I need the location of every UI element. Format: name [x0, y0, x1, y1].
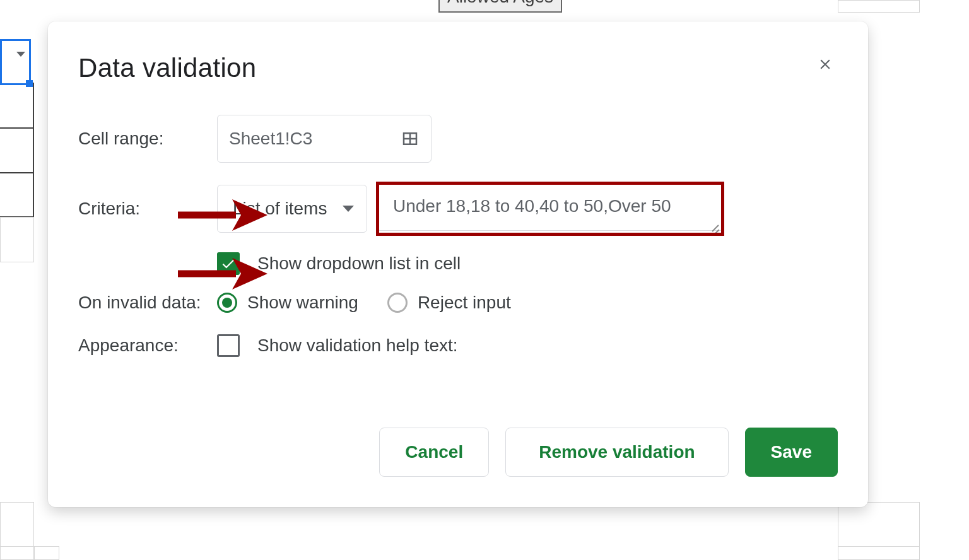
chevron-down-icon [343, 206, 354, 212]
column-header: Allowed Ages [438, 0, 562, 13]
appearance-row: Appearance: Show validation help text: [78, 334, 838, 357]
cell-range-label: Cell range: [78, 129, 217, 149]
grid-picker-icon[interactable] [401, 129, 420, 148]
data-validation-dialog: Data validation Cell range: Sheet1!C3 Cr… [48, 21, 868, 507]
criteria-label: Criteria: [78, 199, 217, 219]
cancel-button[interactable]: Cancel [379, 428, 489, 477]
on-invalid-row: On invalid data: Show warning Reject inp… [78, 293, 838, 313]
show-dropdown-row: Show dropdown list in cell [217, 252, 838, 275]
help-text-label: Show validation help text: [257, 335, 458, 356]
cell-range-value: Sheet1!C3 [229, 129, 312, 149]
cell-range-row: Cell range: Sheet1!C3 [78, 115, 838, 163]
on-invalid-label: On invalid data: [78, 293, 217, 313]
show-dropdown-label: Show dropdown list in cell [257, 254, 461, 274]
help-text-checkbox[interactable] [217, 334, 240, 357]
button-row: Cancel Remove validation Save [379, 428, 838, 477]
remove-validation-button[interactable]: Remove validation [505, 428, 728, 477]
check-icon [220, 255, 237, 272]
fill-handle[interactable] [26, 80, 33, 87]
criteria-items-input[interactable] [379, 184, 722, 231]
criteria-type-select[interactable]: List of items [217, 185, 367, 233]
radio-show-warning-label: Show warning [247, 293, 358, 313]
active-cell[interactable] [0, 39, 31, 85]
close-icon [817, 56, 833, 73]
cell-range-input[interactable]: Sheet1!C3 [217, 115, 432, 163]
close-button[interactable] [813, 52, 838, 77]
save-button[interactable]: Save [745, 428, 838, 477]
radio-reject-input-label: Reject input [418, 293, 511, 313]
show-dropdown-checkbox[interactable] [217, 252, 240, 275]
dialog-title: Data validation [78, 53, 838, 83]
criteria-type-value: List of items [233, 199, 327, 219]
criteria-row: Criteria: List of items [78, 184, 838, 233]
radio-show-warning[interactable] [217, 293, 237, 313]
appearance-label: Appearance: [78, 335, 217, 356]
cell-dropdown-icon[interactable] [16, 57, 25, 68]
radio-reject-input[interactable] [387, 293, 408, 313]
